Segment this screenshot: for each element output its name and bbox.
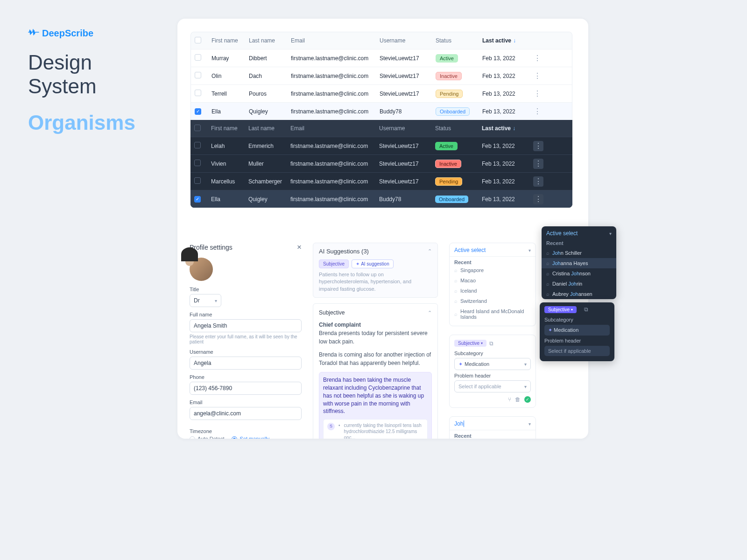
label-phone: Phone — [190, 374, 302, 380]
copy-icon[interactable]: ⧉ — [489, 340, 493, 347]
row-actions-icon[interactable]: ⋮ — [533, 141, 543, 151]
ai-suggestion-text: Patients here to follow up on hyperchole… — [319, 271, 432, 293]
table-row[interactable]: OlinDachfirstname.lastname@clinic.comSte… — [191, 67, 572, 84]
row-checkbox[interactable] — [195, 90, 201, 96]
close-icon[interactable]: × — [297, 243, 302, 252]
email-input[interactable]: angela@clinic.com — [190, 407, 302, 420]
search-icon: ⌕ — [546, 250, 550, 256]
select-option[interactable]: ⌕John Schiller — [542, 248, 598, 258]
search-icon: ⌕ — [546, 281, 550, 287]
cell-username: Buddy78 — [379, 196, 435, 203]
table-row[interactable]: TerrellPourosfirstname.lastname@clinic.c… — [191, 84, 572, 102]
row-actions-icon[interactable]: ⋮ — [534, 54, 541, 62]
confirm-icon[interactable]: ✓ — [524, 396, 531, 403]
radio-auto-detect[interactable]: Auto Detect — [190, 436, 224, 439]
table-row[interactable]: EllaQuigleyfirstname.lastname@clinic.com… — [190, 190, 572, 208]
cell-last: Dibbert — [249, 55, 291, 62]
row-checkbox[interactable] — [194, 160, 201, 166]
col-status[interactable]: Status — [436, 37, 482, 44]
row-actions-icon[interactable]: ⋮ — [533, 194, 543, 204]
cell-last-active: Feb 13, 2022 — [482, 178, 533, 185]
table-row[interactable]: VivienMullerfirstname.lastname@clinic.co… — [190, 154, 572, 172]
select-option[interactable]: ⌕Iceland — [450, 286, 536, 296]
status-badge: Inactive — [436, 72, 462, 80]
select-option[interactable]: ⌕Cristina Johnson — [542, 268, 598, 279]
col-username[interactable]: Username — [379, 125, 435, 132]
pill-subjective[interactable]: Subjective — [319, 259, 349, 268]
avatar[interactable] — [190, 258, 213, 281]
clinical-note-panel: AI Suggestions (3) ⌃ Subjective ✦AI sugg… — [313, 243, 438, 439]
username-input[interactable]: Angela — [190, 357, 302, 370]
col-first[interactable]: First name — [211, 125, 248, 132]
select-option[interactable]: ⌕Daniel Johrin — [542, 279, 598, 289]
select-option[interactable]: ⌕Johanna Hayes — [542, 258, 598, 268]
select-option[interactable]: ⌕Singapore — [450, 265, 536, 275]
chief-complaint-text[interactable]: Brenda presents today for persistent sev… — [319, 329, 432, 346]
col-last[interactable]: Last name — [249, 37, 291, 44]
col-email[interactable]: Email — [291, 37, 380, 44]
note-paragraph[interactable]: Brenda is coming also for another inject… — [319, 350, 432, 367]
select-option[interactable]: ⌕Heard Island and McDonald Islands — [450, 306, 536, 322]
cell-username: StevieLuewtz17 — [379, 161, 435, 167]
phone-input[interactable]: (123) 456-7890 — [190, 382, 302, 395]
trash-icon[interactable]: 🗑 — [515, 396, 521, 403]
row-checkbox[interactable] — [194, 177, 201, 184]
pill-ai-suggestion[interactable]: ✦AI suggestion — [352, 259, 394, 268]
problem-header-label: Problem header — [540, 337, 598, 344]
row-actions-icon[interactable]: ⋮ — [534, 107, 541, 115]
problem-header-select[interactable]: Select if applicable▾ — [454, 380, 531, 392]
pill-subjective[interactable]: Subjective ▾ — [544, 306, 577, 313]
ai-suggestions-header[interactable]: AI Suggestions (3) ⌃ — [319, 248, 432, 255]
subcategory-select[interactable]: ✦Medication▾ — [454, 358, 531, 370]
col-email[interactable]: Email — [290, 125, 379, 132]
checkbox-all[interactable] — [194, 125, 201, 131]
col-first[interactable]: First name — [211, 37, 249, 44]
row-actions-icon[interactable]: ⋮ — [534, 90, 541, 98]
search-input[interactable]: Joh — [454, 420, 464, 427]
cell-first: Murray — [211, 55, 249, 62]
row-checkbox[interactable] — [194, 142, 201, 148]
row-actions-icon[interactable]: ⋮ — [533, 176, 543, 187]
subcategory-select[interactable]: ✦ Medication — [544, 325, 598, 336]
table-row[interactable]: MarcellusSchambergerfirstname.lastname@c… — [190, 172, 572, 190]
search-dropdown[interactable]: Joh▾ Recent ⌕John Schiller⌕Johanna Hayes… — [449, 416, 536, 439]
cell-username: StevieLuewtz17 — [380, 73, 436, 79]
row-checkbox[interactable] — [194, 196, 201, 203]
table-row[interactable]: LelahEmmerichfirstname.lastname@clinic.c… — [190, 137, 572, 154]
branch-icon[interactable]: ⑂ — [508, 396, 511, 403]
fullname-input[interactable]: Angela Smith — [190, 319, 302, 332]
radio-set-manually[interactable]: Set manually — [232, 436, 269, 439]
status-badge: Pending — [436, 90, 463, 98]
col-status[interactable]: Status — [435, 125, 482, 132]
subjective-header[interactable]: Subjective ⌃ — [319, 309, 432, 316]
cell-first: Ella — [211, 196, 248, 203]
copy-icon[interactable]: ⧉ — [584, 306, 588, 313]
col-last-active[interactable]: Last active↓ — [482, 125, 533, 132]
select-option[interactable]: ⌕Switzerland — [450, 296, 536, 306]
active-select-dropdown[interactable]: Active select▾ Recent ⌕Singapore⌕Macao⌕I… — [449, 243, 536, 326]
pill-subjective[interactable]: Subjective ▾ — [454, 340, 486, 347]
subcategory-label: Subcategory — [454, 350, 531, 356]
checkbox-all[interactable] — [195, 37, 201, 43]
col-last[interactable]: Last name — [248, 125, 290, 132]
active-select-dropdown-dark[interactable]: Active select▾ Recent ⌕John Schiller⌕Joh… — [542, 226, 598, 299]
table-row[interactable]: MurrayDibbertfirstname.lastname@clinic.c… — [191, 49, 572, 67]
title-select[interactable]: Dr▾ — [190, 294, 221, 307]
row-actions-icon[interactable]: ⋮ — [534, 72, 541, 80]
row-checkbox[interactable] — [195, 54, 201, 61]
problem-header-select[interactable]: Select if applicable — [544, 346, 598, 356]
col-username[interactable]: Username — [380, 37, 436, 44]
row-checkbox[interactable] — [195, 108, 201, 115]
chevron-down-icon: ▾ — [524, 362, 527, 367]
cell-last-active: Feb 13, 2022 — [482, 91, 534, 97]
col-last-active[interactable]: Last active↓ — [482, 37, 534, 44]
bolt-icon: ✦ — [356, 261, 359, 266]
row-checkbox[interactable] — [195, 72, 201, 78]
select-option[interactable]: ⌕Aubrey Johansen — [542, 289, 598, 299]
highlighted-note[interactable]: Brenda has been taking the muscle relaxa… — [319, 372, 432, 439]
table-row[interactable]: EllaQuigleyfirstname.lastname@clinic.com… — [191, 102, 572, 120]
select-option[interactable]: ⌕Macao — [450, 275, 536, 286]
search-icon: ⌕ — [546, 271, 550, 276]
row-actions-icon[interactable]: ⋮ — [533, 159, 543, 169]
inline-suggestion[interactable]: S• currently taking the lisinopril tens … — [323, 419, 428, 439]
